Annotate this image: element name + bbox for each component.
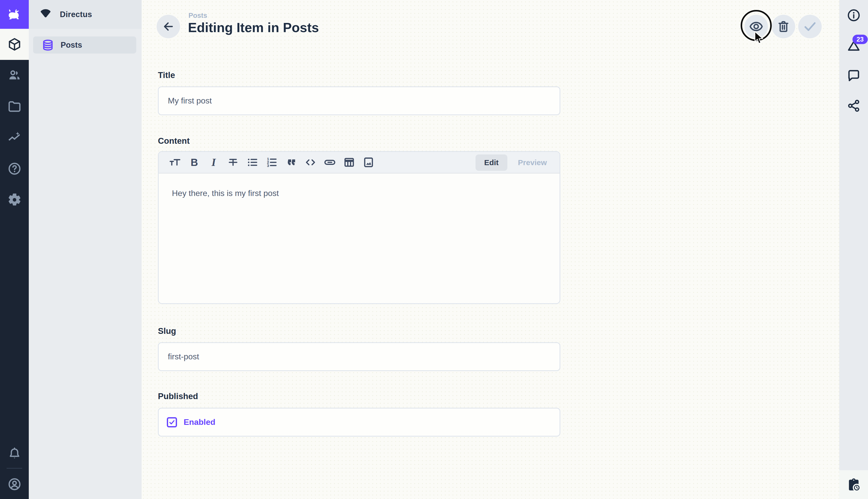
insights-chart-icon — [8, 131, 22, 145]
module-files[interactable] — [0, 91, 29, 122]
notifications-button[interactable] — [0, 440, 29, 468]
published-field-label: Published — [158, 391, 198, 401]
code-icon — [304, 156, 317, 169]
bold-button[interactable]: B — [185, 153, 204, 172]
directus-app: Directus Posts Posts Editi — [0, 0, 868, 499]
tab-edit[interactable]: Edit — [476, 155, 507, 171]
page-title: Editing Item in Posts — [188, 20, 319, 35]
trash-icon — [777, 20, 790, 33]
module-settings[interactable] — [0, 184, 29, 215]
main-content: Posts Editing Item in Posts — [142, 0, 839, 499]
bulleted-list-icon — [246, 156, 259, 169]
directus-logomark-icon — [38, 7, 53, 22]
navigation-sidebar: Directus Posts — [29, 0, 142, 499]
slug-input[interactable] — [158, 342, 560, 371]
comments-sidebar-button[interactable] — [839, 61, 868, 89]
nav-item-label: Posts — [61, 40, 82, 50]
account-button[interactable] — [0, 470, 29, 498]
module-bar-divider — [7, 468, 22, 469]
nav-item-posts[interactable]: Posts — [33, 36, 136, 53]
right-sidebar: 23 — [839, 0, 868, 499]
check-icon — [803, 19, 817, 34]
help-question-icon — [8, 161, 22, 176]
link-icon — [324, 156, 336, 169]
table-icon — [343, 156, 355, 169]
module-users[interactable] — [0, 60, 29, 91]
image-button[interactable] — [359, 153, 378, 172]
content-cube-icon — [8, 37, 22, 51]
project-name: Directus — [60, 10, 92, 19]
content-editor-body[interactable]: Hey there, this is my first post — [159, 174, 559, 303]
revisions-count-badge: 23 — [853, 35, 868, 44]
project-info[interactable]: Directus — [29, 0, 142, 29]
breadcrumb[interactable]: Posts — [188, 12, 207, 20]
strikethrough-button[interactable] — [223, 153, 243, 172]
editor-mode-tabs: Edit Preview — [476, 155, 555, 171]
blockquote-icon — [285, 156, 298, 169]
module-insights[interactable] — [0, 122, 29, 153]
blockquote-button[interactable] — [281, 153, 301, 172]
svg-text:3: 3 — [267, 163, 269, 168]
bulleted-list-button[interactable] — [243, 153, 262, 172]
checkbox-checked-icon[interactable] — [167, 417, 177, 427]
eye-icon — [749, 19, 764, 34]
notifications-bell-icon — [8, 447, 21, 461]
account-avatar-icon — [8, 477, 22, 491]
format-size-button[interactable] — [165, 153, 185, 172]
link-button[interactable] — [320, 153, 340, 172]
directus-rabbit-logo — [6, 6, 23, 23]
arrow-left-icon — [162, 20, 175, 33]
comments-bubble-icon — [847, 68, 861, 83]
italic-button[interactable]: I — [204, 153, 223, 172]
module-content[interactable] — [0, 29, 29, 60]
code-button[interactable] — [301, 153, 320, 172]
preview-button[interactable] — [744, 15, 768, 38]
italic-icon: I — [212, 156, 216, 169]
save-button[interactable] — [798, 15, 822, 38]
settings-gear-icon — [8, 193, 22, 207]
editor-toolbar: B I — [159, 152, 559, 173]
title-field-label: Title — [158, 70, 175, 80]
files-folder-icon — [8, 99, 22, 114]
database-icon — [41, 38, 54, 52]
image-icon — [362, 156, 375, 169]
share-sidebar-button[interactable] — [839, 92, 868, 120]
module-bar — [0, 0, 29, 499]
pending-actions-button[interactable] — [839, 470, 868, 499]
info-icon — [847, 8, 861, 22]
module-help[interactable] — [0, 153, 29, 184]
slug-field-label: Slug — [158, 326, 176, 336]
pending-actions-clipboard-icon — [846, 477, 861, 492]
format-size-icon — [168, 156, 181, 169]
tab-preview[interactable]: Preview — [510, 155, 555, 171]
strikethrough-icon — [227, 156, 239, 169]
numbered-list-button[interactable]: 1 2 3 — [262, 153, 281, 172]
back-button[interactable] — [156, 15, 180, 38]
published-checkbox-field[interactable]: Enabled — [158, 408, 560, 437]
title-input[interactable] — [158, 86, 560, 115]
published-checkbox-label: Enabled — [184, 417, 215, 427]
directus-logo-button[interactable] — [0, 0, 29, 29]
delete-button[interactable] — [772, 15, 795, 38]
users-icon — [8, 68, 22, 83]
share-icon — [847, 99, 861, 113]
content-field-label: Content — [158, 136, 190, 146]
content-editor: B I — [158, 151, 560, 304]
info-sidebar-button[interactable] — [839, 1, 868, 29]
numbered-list-icon: 1 2 3 — [265, 156, 278, 169]
table-button[interactable] — [340, 153, 359, 172]
bold-icon: B — [191, 157, 198, 168]
